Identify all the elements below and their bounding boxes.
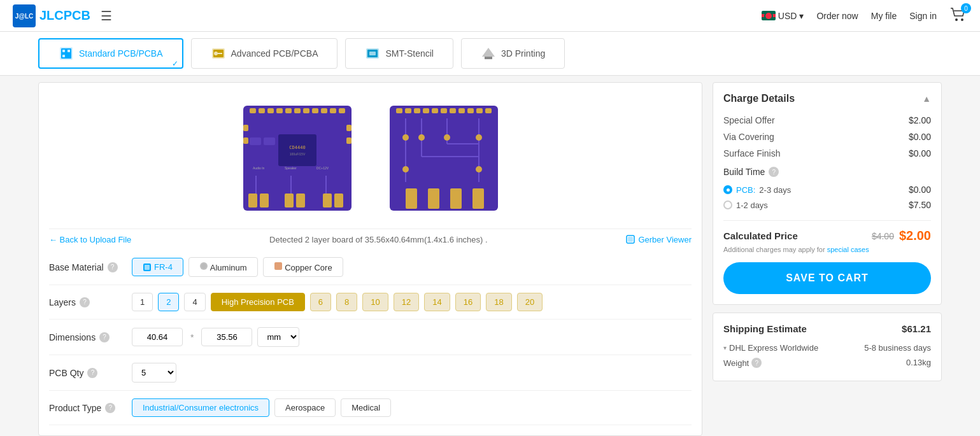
build-time-help[interactable]: ?: [769, 167, 779, 177]
base-material-fr4[interactable]: FR-4: [132, 258, 183, 276]
calculated-price-row: Calculated Price $4.00 $2.00: [723, 220, 931, 243]
svg-rect-45: [296, 193, 305, 207]
dimensions-row: Dimensions ? * mm inch: [49, 320, 692, 355]
right-panel: Charge Details ▲ Special Offer $2.00 Via…: [713, 82, 942, 436]
dimension-height[interactable]: [201, 328, 252, 346]
gerber-viewer-link[interactable]: Gerber Viewer: [625, 234, 692, 244]
svg-rect-53: [405, 108, 411, 113]
svg-rect-8: [62, 55, 65, 57]
via-covering-value: $0.00: [909, 132, 931, 142]
back-to-upload-link[interactable]: ← Back to Upload File: [49, 235, 131, 244]
svg-rect-23: [285, 108, 292, 113]
svg-point-69: [402, 134, 409, 141]
logo[interactable]: J@LC JLCPCB: [13, 4, 90, 27]
svg-rect-46: [323, 193, 332, 207]
pcb-board-back: [390, 106, 498, 211]
currency-selector[interactable]: USD ▾: [762, 11, 804, 21]
pcb-qty-select[interactable]: 5 10 15 20 25 30 50 100: [132, 363, 176, 383]
bottom-actions: ← Back to Upload File Detected 2 layer b…: [49, 229, 692, 250]
layer-18[interactable]: 18: [486, 293, 511, 311]
svg-point-3: [961, 18, 963, 21]
weight-help[interactable]: ?: [751, 358, 762, 368]
tab-standard[interactable]: Standard PCB/PCBA: [38, 38, 183, 69]
svg-rect-82: [145, 265, 150, 270]
svg-text:100uF/15V: 100uF/15V: [289, 152, 305, 156]
weight-value: 0.13kg: [906, 358, 931, 368]
layer-2[interactable]: 2: [158, 293, 179, 311]
additional-charges-note: Additional charges may apply for special…: [723, 246, 931, 253]
layer-10[interactable]: 10: [362, 293, 388, 311]
build-option-23-inner[interactable]: PCB: 2-3 days: [723, 185, 791, 195]
build-time-header: Build Time ?: [723, 167, 931, 177]
layer-16[interactable]: 16: [455, 293, 481, 311]
layers-options: 1 2 4 High Precision PCB 6 8 10 12 14 16…: [132, 293, 543, 311]
build-time-section: Build Time ? PCB: 2-3 days $0.00 1-2 day…: [723, 167, 931, 213]
cart-button[interactable]: 0: [949, 7, 967, 24]
layers-label: Layers ?: [49, 297, 132, 307]
build-option-12-inner[interactable]: 1-2 days: [723, 200, 768, 210]
dimension-width[interactable]: [132, 328, 183, 346]
svg-rect-32: [346, 125, 352, 131]
my-file-link[interactable]: My file: [871, 11, 897, 21]
svg-rect-27: [321, 108, 327, 113]
layer-4[interactable]: 4: [184, 293, 205, 311]
dimension-unit[interactable]: mm inch: [257, 327, 299, 347]
layer-20[interactable]: 20: [517, 293, 543, 311]
product-type-aerospace[interactable]: Aerospace: [274, 398, 336, 417]
shipping-carrier[interactable]: ▾ DHL Express Worldwide: [723, 343, 818, 353]
layer-high-precision[interactable]: High Precision PCB: [211, 293, 305, 311]
layer-14[interactable]: 14: [424, 293, 450, 311]
hamburger-menu[interactable]: ☰: [101, 8, 112, 24]
via-covering-label: Via Covering: [723, 132, 774, 142]
pcb-qty-label: PCB Qty ?: [49, 368, 132, 378]
new-price: $2.00: [899, 229, 931, 243]
header-right: USD ▾ Order now My file Sign in 0: [762, 7, 967, 24]
special-offer-row: Special Offer $2.00: [723, 112, 931, 129]
special-offer-label: Special Offer: [723, 115, 775, 125]
shipping-header: Shipping Estimate $61.21: [723, 323, 931, 334]
shipping-days: 5-8 business days: [864, 343, 931, 353]
build-option-23-price: $0.00: [909, 185, 931, 195]
layers-help[interactable]: ?: [80, 297, 90, 307]
svg-rect-19: [250, 108, 256, 113]
dimension-separator: *: [190, 332, 194, 342]
layer-6[interactable]: 6: [310, 293, 331, 311]
svg-rect-6: [62, 50, 65, 52]
order-now-link[interactable]: Order now: [816, 11, 858, 21]
fr4-icon: [143, 263, 152, 272]
svg-rect-58: [450, 108, 456, 113]
layer-8[interactable]: 8: [336, 293, 357, 311]
svg-rect-76: [428, 188, 439, 209]
base-material-help[interactable]: ?: [108, 262, 118, 272]
save-to-cart-button[interactable]: SAVE TO CART: [723, 262, 931, 294]
pcb-board-front: CD4440 100uF/15V Audio In Speaker DC+12V: [243, 106, 352, 211]
base-material-copper[interactable]: Copper Core: [263, 257, 343, 277]
tab-advanced[interactable]: Advanced PCB/PCBA: [191, 38, 338, 69]
gerber-icon: [625, 234, 636, 244]
base-material-aluminum[interactable]: Aluminum: [188, 257, 258, 277]
dimensions-help[interactable]: ?: [99, 332, 110, 342]
product-tabs: Standard PCB/PCBA Advanced PCB/PCBA SMT-…: [0, 32, 980, 76]
special-cases-link[interactable]: special cases: [827, 246, 869, 253]
charge-collapse-icon[interactable]: ▲: [922, 94, 931, 104]
svg-rect-22: [276, 108, 283, 113]
sign-in-link[interactable]: Sign in: [909, 11, 937, 21]
base-material-options: FR-4 Aluminum Copper Core: [132, 257, 343, 277]
tab-3d[interactable]: 3D Printing: [461, 38, 565, 69]
via-covering-row: Via Covering $0.00: [723, 129, 931, 145]
svg-rect-52: [396, 108, 402, 113]
svg-point-74: [476, 166, 482, 172]
smt-stencil-icon: [365, 46, 380, 61]
tab-smt[interactable]: SMT-Stencil: [345, 38, 453, 69]
carrier-name: DHL Express Worldwide: [729, 343, 818, 353]
flag-icon: [762, 11, 776, 20]
build-option-23-label: 2-3 days: [759, 185, 791, 195]
layer-1[interactable]: 1: [132, 293, 153, 311]
header: J@LC JLCPCB ☰ USD ▾ Order now My file Si…: [0, 0, 980, 32]
product-type-medical[interactable]: Medical: [341, 398, 391, 417]
base-material-row: Base Material ? FR-4 Aluminum: [49, 250, 692, 285]
product-type-industrial[interactable]: Industrial/Consumer electronics: [132, 398, 269, 417]
product-type-help[interactable]: ?: [105, 403, 115, 413]
pcb-qty-help[interactable]: ?: [87, 368, 97, 378]
layer-12[interactable]: 12: [394, 293, 419, 311]
